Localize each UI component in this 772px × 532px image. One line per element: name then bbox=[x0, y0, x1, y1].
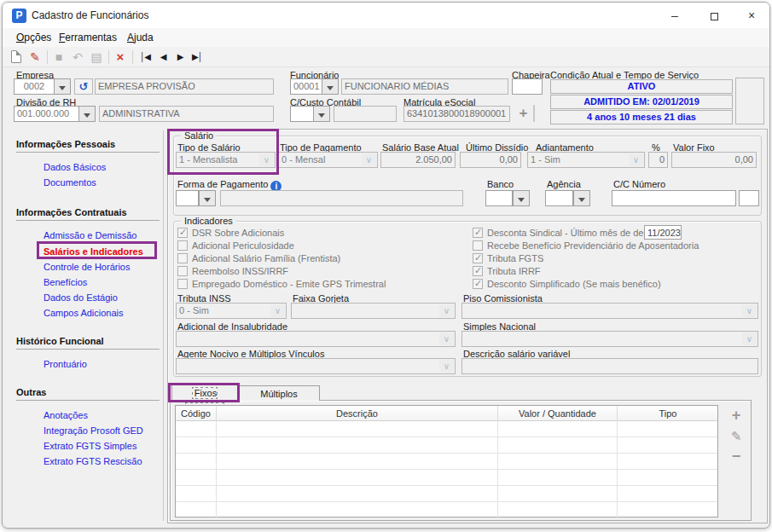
sidebar-item-controle-de-horarios[interactable]: Controle de Horários bbox=[44, 262, 131, 272]
banco-dropdown-button[interactable] bbox=[513, 190, 530, 206]
remove-row-icon[interactable]: − bbox=[727, 448, 746, 466]
tipo-pagamento-combo[interactable]: 0 - Mensal ∨ bbox=[278, 152, 378, 168]
divisao-rh-code-field[interactable]: 001.000.000 bbox=[14, 106, 79, 122]
sidebar-item-salarios-e-indicadores[interactable]: Salários e Indicadores bbox=[44, 246, 143, 257]
sidebar-item-extrato-fgts-rescisao[interactable]: Extrato FGTS Rescisão bbox=[44, 456, 142, 466]
table-cell bbox=[176, 421, 217, 437]
nav-first-icon[interactable]: │◀ bbox=[136, 49, 154, 66]
ccusto-code-field[interactable] bbox=[290, 106, 314, 122]
checkbox-empregado-domestico[interactable]: Empregado Doméstico - Emite GPS Trimestr… bbox=[177, 279, 386, 291]
table-cell bbox=[498, 421, 618, 437]
tab-multiplos-vinculos[interactable]: Múltiplos Vínculos bbox=[238, 385, 320, 401]
matricula-add-icon[interactable]: + bbox=[514, 105, 535, 122]
add-row-icon[interactable]: + bbox=[727, 407, 746, 425]
dropdown-arrow-icon bbox=[59, 86, 66, 94]
sidebar-item-prontuario[interactable]: Prontuário bbox=[44, 359, 87, 369]
tributa-inss-combo[interactable]: 0 - Sim ∨ bbox=[176, 303, 287, 319]
cc-numero-field[interactable] bbox=[612, 190, 736, 206]
checkbox-desconta-sindical[interactable]: Desconta Sindical - Último mês de descon… bbox=[473, 228, 671, 240]
forma-pagamento-dropdown-button[interactable] bbox=[199, 190, 216, 206]
checkbox-adicional-salario-familia[interactable]: Adicional Salário Família (Frentista) bbox=[177, 253, 340, 265]
agencia-dropdown-button[interactable] bbox=[573, 190, 590, 206]
nav-last-icon[interactable]: ▶│ bbox=[189, 49, 206, 66]
maximize-button[interactable] bbox=[695, 3, 733, 28]
adiantamento-combo[interactable]: 1 - Sim ∨ bbox=[527, 152, 645, 168]
chapeira-field[interactable] bbox=[512, 78, 543, 95]
sidebar-item-integracao-prosoft-ged[interactable]: Integração Prosoft GED bbox=[44, 425, 143, 436]
checkbox-adicional-periculosidade[interactable]: Adicional Periculosidade bbox=[177, 240, 294, 252]
checkbox-desconto-simplificado[interactable]: Desconto Simplificado (Se mais benéfico) bbox=[473, 279, 661, 291]
checkbox-icon bbox=[473, 228, 483, 238]
delete-icon[interactable]: × bbox=[112, 49, 129, 66]
sidebar-item-campos-adicionais[interactable]: Campos Adicionais bbox=[44, 308, 124, 318]
nav-next-icon[interactable]: ▶ bbox=[171, 49, 189, 66]
dropdown-arrow-icon bbox=[318, 113, 325, 121]
checkbox-tributa-irrf[interactable]: Tributa IRRF bbox=[473, 266, 541, 278]
toolbar-separator bbox=[108, 50, 109, 64]
agente-nocivo-combo[interactable]: ∨ bbox=[176, 358, 456, 374]
empresa-dropdown-button[interactable] bbox=[54, 78, 71, 95]
funcionario-code-field[interactable]: 00001 bbox=[290, 78, 322, 95]
piso-comissionista-combo[interactable]: ∨ bbox=[461, 303, 758, 319]
simples-nacional-combo[interactable]: ∨ bbox=[461, 331, 758, 347]
table-row[interactable] bbox=[176, 502, 717, 518]
ccusto-dropdown-button[interactable] bbox=[313, 106, 330, 122]
checkbox-dsr-sobre-adicionais[interactable]: DSR Sobre Adicionais bbox=[177, 228, 284, 240]
sidebar-item-dados-basicos[interactable]: Dados Básicos bbox=[44, 162, 106, 172]
sidebar-item-anotacoes[interactable]: Anotações bbox=[44, 410, 88, 420]
column-header-tipo[interactable]: Tipo bbox=[618, 406, 718, 421]
tipo-salario-combo[interactable]: 1 - Mensalista ∨ bbox=[176, 152, 276, 168]
switch-company-icon[interactable]: ↺ bbox=[74, 78, 93, 95]
agencia-field[interactable] bbox=[545, 190, 573, 206]
menu-opcoes[interactable]: Opções bbox=[16, 32, 51, 43]
checkbox-reembolso-inss-irrf[interactable]: Reembolso INSS/IRRF bbox=[177, 266, 288, 278]
checkbox-icon bbox=[177, 266, 188, 276]
table-cell bbox=[498, 502, 618, 518]
table-row[interactable] bbox=[176, 421, 717, 437]
table-cell bbox=[217, 437, 498, 453]
column-header-codigo[interactable]: Código bbox=[176, 406, 217, 421]
new-record-icon[interactable] bbox=[11, 50, 21, 63]
checkbox-label: Recebe Benefício Previdenciário de Apose… bbox=[487, 240, 699, 251]
edit-row-icon[interactable]: ✎ bbox=[727, 428, 746, 447]
table-row[interactable] bbox=[176, 454, 717, 470]
funcionario-dropdown-button[interactable] bbox=[322, 78, 339, 95]
status-admitido-box: ADMITIDO EM: 02/01/2019 bbox=[550, 95, 733, 109]
checkbox-tributa-fgts[interactable]: Tributa FGTS bbox=[473, 253, 543, 265]
faixa-gorjeta-combo[interactable]: ∨ bbox=[291, 303, 456, 319]
sidebar-item-admissao-e-demissao[interactable]: Admissão e Demissão bbox=[44, 230, 136, 240]
table-cell bbox=[217, 486, 498, 501]
edit-pencil-icon[interactable]: ✎ bbox=[26, 49, 44, 66]
column-header-valor-quantidade[interactable]: Valor / Quantidade bbox=[498, 406, 618, 421]
column-header-descricao[interactable]: Descrição bbox=[217, 406, 498, 421]
table-cell bbox=[498, 486, 618, 501]
desconta-sindical-mes-field[interactable]: 11/2023 bbox=[644, 225, 682, 240]
divisao-rh-dropdown-button[interactable] bbox=[78, 106, 96, 122]
menu-ajuda[interactable]: Ajuda bbox=[127, 32, 154, 43]
cc-digit-field[interactable] bbox=[739, 190, 759, 206]
sidebar-item-dados-do-estagio[interactable]: Dados do Estágio bbox=[44, 292, 118, 303]
tab-fixos-salariais[interactable]: Fixos Salariais bbox=[171, 385, 238, 401]
preview-icon[interactable]: ▤ bbox=[88, 49, 105, 66]
table-row[interactable] bbox=[176, 437, 717, 454]
table-row[interactable] bbox=[176, 470, 717, 486]
minimize-button[interactable]: – bbox=[656, 3, 694, 28]
sidebar-item-beneficios[interactable]: Benefícios bbox=[44, 277, 87, 287]
app-window: P Cadastro de Funcionários – × Opções Fe… bbox=[2, 2, 770, 529]
save-icon[interactable]: ■ bbox=[50, 49, 67, 66]
empresa-code-field[interactable]: 0002 bbox=[14, 78, 55, 95]
table-row[interactable] bbox=[176, 486, 717, 502]
status-tempo-box: 4 anos 10 meses 21 dias bbox=[550, 110, 733, 124]
chevron-down-icon: ∨ bbox=[742, 332, 757, 345]
close-button[interactable]: × bbox=[733, 3, 770, 28]
table-cell bbox=[498, 470, 618, 485]
banco-field[interactable] bbox=[485, 190, 513, 206]
adicional-insalubridade-combo[interactable]: ∨ bbox=[176, 331, 456, 347]
undo-icon[interactable]: ↶ bbox=[69, 49, 86, 66]
checkbox-recebe-beneficio-previdenciario[interactable]: Recebe Benefício Previdenciário de Apose… bbox=[473, 240, 699, 252]
sidebar-item-extrato-fgts-simples[interactable]: Extrato FGTS Simples bbox=[44, 441, 136, 451]
menu-ferramentas[interactable]: Ferramentas bbox=[59, 32, 117, 43]
sidebar-item-documentos[interactable]: Documentos bbox=[44, 177, 96, 188]
nav-prev-icon[interactable]: ◀ bbox=[154, 49, 171, 66]
forma-pagamento-code-field[interactable] bbox=[176, 190, 199, 206]
